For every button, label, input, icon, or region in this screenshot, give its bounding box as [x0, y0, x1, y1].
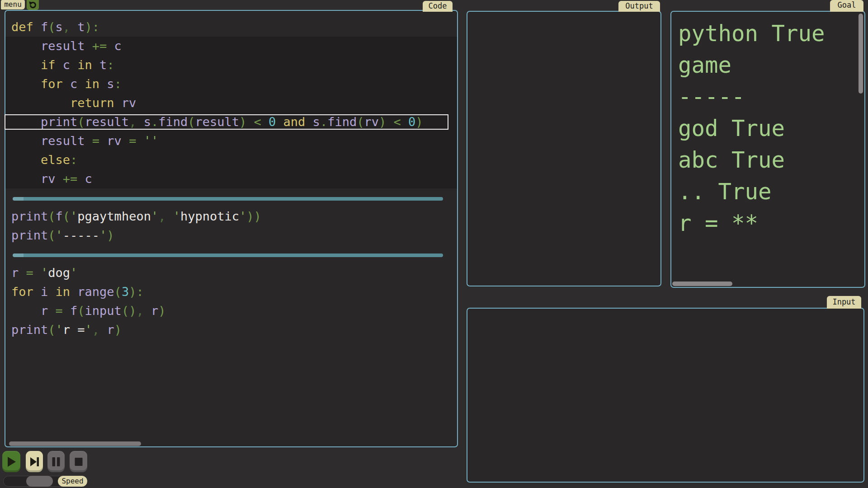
code-panel-label: Code [423, 1, 453, 12]
goal-hscrollbar-thumb[interactable] [672, 282, 732, 286]
code-line: for i in range(3): [5, 282, 457, 301]
output-panel-label: Output [618, 1, 660, 12]
code-line: print('-----') [5, 226, 457, 245]
input-panel[interactable] [467, 308, 864, 483]
code-line: r = 'dog' [5, 263, 457, 282]
goal-panel-label: Goal [830, 0, 863, 12]
code-line: def f(s, t): [5, 18, 457, 37]
code-line[interactable]: else: [5, 150, 457, 169]
stop-button[interactable] [70, 451, 87, 472]
goal-vscrollbar-thumb[interactable] [859, 14, 863, 94]
code-line[interactable]: result = rv = '' [5, 131, 457, 150]
reset-button[interactable] [27, 0, 39, 10]
pause-icon [51, 456, 61, 467]
step-forward-icon [29, 456, 40, 468]
speed-slider-thumb[interactable] [26, 476, 53, 487]
code-line[interactable]: for c in s: [5, 75, 457, 94]
code-line[interactable]: return rv [5, 94, 457, 113]
output-panel [467, 11, 661, 286]
menu-button[interactable]: menu [1, 0, 25, 9]
code-lines: def f(s, t): result += c if c in t: for … [5, 11, 457, 339]
code-line[interactable]: rv += c [5, 169, 457, 188]
pause-button[interactable] [47, 451, 65, 472]
code-line-selected[interactable]: print(result, s.find(result) < 0 and s.f… [5, 113, 457, 131]
code-line[interactable]: if c in t: [5, 56, 457, 75]
code-line: print('r =', r) [5, 320, 457, 339]
goal-text: python True game ----- god True abc True… [678, 18, 825, 239]
reset-restart-icon [28, 1, 37, 9]
play-button[interactable] [2, 451, 20, 472]
play-icon [6, 456, 17, 468]
stop-icon [74, 456, 84, 467]
code-panel: def f(s, t): result += c if c in t: for … [5, 10, 458, 447]
code-line[interactable]: result += c [5, 37, 457, 56]
code-line: print(f('pgaytmheon', 'hypnotic')) [5, 207, 457, 226]
section-divider [13, 197, 443, 201]
speed-label: Speed [58, 476, 87, 487]
goal-panel: python True game ----- god True abc True… [670, 11, 865, 288]
section-divider [13, 253, 443, 257]
code-hscrollbar-thumb[interactable] [9, 441, 141, 446]
input-panel-label: Input [827, 296, 861, 309]
step-button[interactable] [26, 451, 43, 472]
code-line: r = f(input(), r) [5, 301, 457, 320]
